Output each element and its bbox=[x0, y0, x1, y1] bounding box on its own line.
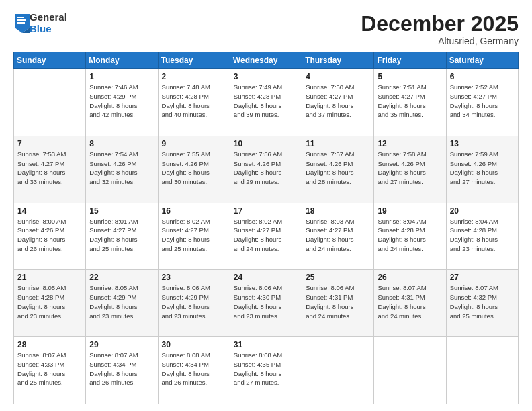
day-info: Sunrise: 8:04 AMSunset: 4:28 PMDaylight:… bbox=[450, 217, 515, 254]
cell-week1-day0: 7Sunrise: 7:53 AMSunset: 4:27 PMDaylight… bbox=[14, 136, 86, 203]
day-info: Sunrise: 8:06 AMSunset: 4:29 PMDaylight:… bbox=[162, 283, 226, 320]
day-number: 11 bbox=[306, 139, 370, 148]
month-title: December 2025 bbox=[361, 12, 519, 36]
logo-general-text: General bbox=[30, 12, 67, 24]
cell-week3-day2: 23Sunrise: 8:06 AMSunset: 4:29 PMDayligh… bbox=[158, 270, 230, 337]
week-row-1: 7Sunrise: 7:53 AMSunset: 4:27 PMDaylight… bbox=[14, 136, 519, 203]
day-number: 30 bbox=[162, 340, 226, 349]
day-info: Sunrise: 8:07 AMSunset: 4:33 PMDaylight:… bbox=[17, 351, 82, 387]
day-number: 1 bbox=[89, 72, 154, 81]
day-number: 3 bbox=[234, 72, 298, 81]
day-number: 24 bbox=[234, 273, 298, 282]
day-number: 9 bbox=[162, 139, 226, 148]
header-saturday: Saturday bbox=[446, 52, 518, 69]
day-info: Sunrise: 7:54 AMSunset: 4:26 PMDaylight:… bbox=[89, 150, 154, 187]
cell-week2-day5: 19Sunrise: 8:04 AMSunset: 4:28 PMDayligh… bbox=[374, 203, 446, 270]
title-area: December 2025 Altusried, Germany bbox=[361, 12, 519, 46]
cell-week4-day6 bbox=[446, 337, 518, 404]
cell-week4-day1: 29Sunrise: 8:07 AMSunset: 4:34 PMDayligh… bbox=[86, 337, 158, 404]
cell-week4-day0: 28Sunrise: 8:07 AMSunset: 4:33 PMDayligh… bbox=[14, 337, 86, 404]
day-info: Sunrise: 8:00 AMSunset: 4:26 PMDaylight:… bbox=[17, 217, 82, 254]
day-number: 12 bbox=[378, 139, 442, 148]
day-number: 29 bbox=[89, 340, 154, 349]
cell-week0-day0 bbox=[14, 69, 86, 136]
cell-week3-day1: 22Sunrise: 8:05 AMSunset: 4:29 PMDayligh… bbox=[86, 270, 158, 337]
cell-week2-day6: 20Sunrise: 8:04 AMSunset: 4:28 PMDayligh… bbox=[446, 203, 518, 270]
cell-week2-day1: 15Sunrise: 8:01 AMSunset: 4:27 PMDayligh… bbox=[86, 203, 158, 270]
week-row-2: 14Sunrise: 8:00 AMSunset: 4:26 PMDayligh… bbox=[14, 203, 519, 270]
cell-week3-day0: 21Sunrise: 8:05 AMSunset: 4:28 PMDayligh… bbox=[14, 270, 86, 337]
day-info: Sunrise: 7:56 AMSunset: 4:26 PMDaylight:… bbox=[234, 150, 298, 187]
cell-week0-day5: 5Sunrise: 7:51 AMSunset: 4:27 PMDaylight… bbox=[374, 69, 446, 136]
logo-text: General Blue bbox=[30, 12, 67, 34]
day-number: 15 bbox=[89, 206, 154, 216]
day-info: Sunrise: 8:05 AMSunset: 4:29 PMDaylight:… bbox=[89, 283, 154, 320]
page: General Blue December 2025 Altusried, Ge… bbox=[0, 0, 532, 411]
day-number: 23 bbox=[162, 273, 226, 282]
day-info: Sunrise: 7:51 AMSunset: 4:27 PMDaylight:… bbox=[378, 83, 442, 120]
logo: General Blue bbox=[13, 12, 67, 34]
day-number: 2 bbox=[162, 72, 226, 81]
day-info: Sunrise: 7:59 AMSunset: 4:26 PMDaylight:… bbox=[450, 150, 515, 187]
cell-week2-day3: 17Sunrise: 8:02 AMSunset: 4:27 PMDayligh… bbox=[230, 203, 302, 270]
svg-rect-3 bbox=[17, 19, 26, 21]
day-number: 13 bbox=[450, 139, 515, 148]
cell-week1-day3: 10Sunrise: 7:56 AMSunset: 4:26 PMDayligh… bbox=[230, 136, 302, 203]
cell-week0-day6: 6Sunrise: 7:52 AMSunset: 4:27 PMDaylight… bbox=[446, 69, 518, 136]
day-info: Sunrise: 8:05 AMSunset: 4:28 PMDaylight:… bbox=[17, 283, 82, 320]
day-number: 8 bbox=[89, 139, 154, 148]
day-info: Sunrise: 8:02 AMSunset: 4:27 PMDaylight:… bbox=[234, 217, 298, 254]
cell-week3-day4: 25Sunrise: 8:06 AMSunset: 4:31 PMDayligh… bbox=[302, 270, 374, 337]
day-info: Sunrise: 8:01 AMSunset: 4:27 PMDaylight:… bbox=[89, 217, 154, 254]
day-number: 19 bbox=[378, 206, 442, 216]
cell-week1-day5: 12Sunrise: 7:58 AMSunset: 4:26 PMDayligh… bbox=[374, 136, 446, 203]
cell-week2-day2: 16Sunrise: 8:02 AMSunset: 4:27 PMDayligh… bbox=[158, 203, 230, 270]
calendar-table: Sunday Monday Tuesday Wednesday Thursday… bbox=[13, 52, 519, 404]
day-number: 5 bbox=[378, 72, 442, 81]
header: General Blue December 2025 Altusried, Ge… bbox=[13, 12, 519, 46]
day-number: 21 bbox=[17, 273, 82, 282]
day-info: Sunrise: 8:04 AMSunset: 4:28 PMDaylight:… bbox=[378, 217, 442, 254]
cell-week0-day3: 3Sunrise: 7:49 AMSunset: 4:28 PMDaylight… bbox=[230, 69, 302, 136]
week-row-4: 28Sunrise: 8:07 AMSunset: 4:33 PMDayligh… bbox=[14, 337, 519, 404]
day-info: Sunrise: 7:52 AMSunset: 4:27 PMDaylight:… bbox=[450, 83, 515, 120]
day-info: Sunrise: 7:58 AMSunset: 4:26 PMDaylight:… bbox=[378, 150, 442, 187]
day-info: Sunrise: 8:02 AMSunset: 4:27 PMDaylight:… bbox=[162, 217, 226, 254]
day-info: Sunrise: 7:49 AMSunset: 4:28 PMDaylight:… bbox=[234, 83, 298, 120]
cell-week0-day1: 1Sunrise: 7:46 AMSunset: 4:29 PMDaylight… bbox=[86, 69, 158, 136]
day-number: 31 bbox=[234, 340, 298, 349]
day-number: 25 bbox=[306, 273, 370, 282]
day-info: Sunrise: 7:53 AMSunset: 4:27 PMDaylight:… bbox=[17, 150, 82, 187]
week-row-0: 1Sunrise: 7:46 AMSunset: 4:29 PMDaylight… bbox=[14, 69, 519, 136]
cell-week4-day5 bbox=[374, 337, 446, 404]
header-thursday: Thursday bbox=[302, 52, 374, 69]
logo-blue-text: Blue bbox=[30, 24, 67, 35]
day-number: 6 bbox=[450, 72, 515, 81]
cell-week4-day3: 31Sunrise: 8:08 AMSunset: 4:35 PMDayligh… bbox=[230, 337, 302, 404]
day-info: Sunrise: 7:57 AMSunset: 4:26 PMDaylight:… bbox=[306, 150, 370, 187]
cell-week1-day2: 9Sunrise: 7:55 AMSunset: 4:26 PMDaylight… bbox=[158, 136, 230, 203]
logo-icon bbox=[15, 14, 30, 33]
cell-week4-day4 bbox=[302, 337, 374, 404]
day-info: Sunrise: 7:50 AMSunset: 4:27 PMDaylight:… bbox=[306, 83, 370, 120]
day-number: 27 bbox=[450, 273, 515, 282]
day-number: 28 bbox=[17, 340, 82, 349]
header-friday: Friday bbox=[374, 52, 446, 69]
cell-week0-day4: 4Sunrise: 7:50 AMSunset: 4:27 PMDaylight… bbox=[302, 69, 374, 136]
day-number: 17 bbox=[234, 206, 298, 216]
day-info: Sunrise: 8:07 AMSunset: 4:34 PMDaylight:… bbox=[89, 351, 154, 387]
cell-week1-day1: 8Sunrise: 7:54 AMSunset: 4:26 PMDaylight… bbox=[86, 136, 158, 203]
weekday-header-row: Sunday Monday Tuesday Wednesday Thursday… bbox=[14, 52, 519, 69]
day-info: Sunrise: 8:08 AMSunset: 4:35 PMDaylight:… bbox=[234, 351, 298, 387]
cell-week4-day2: 30Sunrise: 8:08 AMSunset: 4:34 PMDayligh… bbox=[158, 337, 230, 404]
day-info: Sunrise: 8:03 AMSunset: 4:27 PMDaylight:… bbox=[306, 217, 370, 254]
day-number: 22 bbox=[89, 273, 154, 282]
day-info: Sunrise: 8:07 AMSunset: 4:32 PMDaylight:… bbox=[450, 283, 515, 320]
cell-week3-day6: 27Sunrise: 8:07 AMSunset: 4:32 PMDayligh… bbox=[446, 270, 518, 337]
day-number: 7 bbox=[17, 139, 82, 148]
cell-week2-day0: 14Sunrise: 8:00 AMSunset: 4:26 PMDayligh… bbox=[14, 203, 86, 270]
cell-week0-day2: 2Sunrise: 7:48 AMSunset: 4:28 PMDaylight… bbox=[158, 69, 230, 136]
cell-week1-day4: 11Sunrise: 7:57 AMSunset: 4:26 PMDayligh… bbox=[302, 136, 374, 203]
header-monday: Monday bbox=[86, 52, 158, 69]
day-number: 16 bbox=[162, 206, 226, 216]
